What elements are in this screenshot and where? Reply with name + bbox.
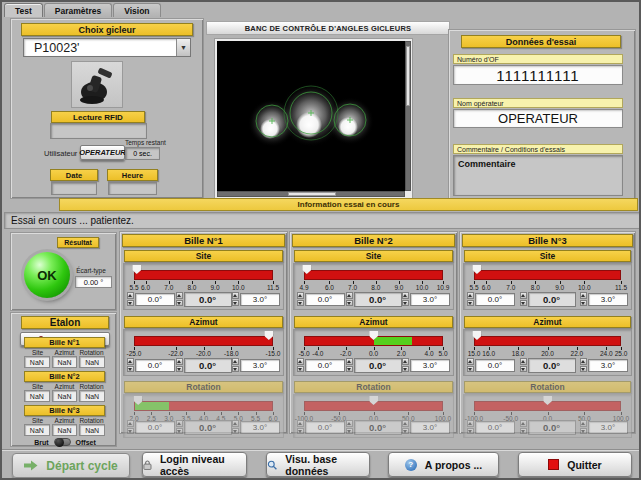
spin-value[interactable]: 0.0° — [305, 421, 345, 434]
spin-value[interactable]: 3.0° — [588, 421, 628, 434]
spinner-arrows-icon[interactable] — [520, 292, 527, 306]
spinner-arrows-icon[interactable] — [176, 358, 183, 372]
spin-value[interactable]: 0.0° — [528, 292, 576, 307]
spinner-arrows-icon[interactable] — [232, 358, 239, 372]
a-propos-button[interactable]: ? A propos ... — [388, 452, 499, 477]
spinner-arrows-icon[interactable] — [580, 420, 587, 434]
max-spinbox[interactable]: 3.0° — [232, 358, 280, 372]
azimut-slider[interactable]: 15.016.018.020.022.024.025.0 — [474, 331, 621, 356]
min-spinbox[interactable]: 0.0° — [467, 358, 515, 372]
spin-value[interactable]: 0.0° — [184, 358, 232, 373]
spin-value[interactable]: 0.0° — [528, 420, 576, 435]
spin-value[interactable]: 0.0° — [354, 420, 402, 435]
spin-value[interactable]: 0.0° — [354, 358, 402, 373]
spinner-arrows-icon[interactable] — [176, 292, 183, 306]
spinner-arrows-icon[interactable] — [520, 420, 527, 434]
spinner-arrows-icon[interactable] — [127, 358, 134, 372]
spinner-arrows-icon[interactable] — [346, 420, 353, 434]
spinner-arrows-icon[interactable] — [297, 292, 304, 306]
min-spinbox[interactable]: 0.0° — [297, 420, 345, 434]
max-spinbox[interactable]: 3.0° — [580, 358, 628, 372]
quitter-button[interactable]: Quitter — [518, 452, 632, 477]
max-spinbox[interactable]: 3.0° — [580, 420, 628, 434]
spin-value[interactable]: 3.0° — [240, 359, 280, 372]
spinner-arrows-icon[interactable] — [580, 358, 587, 372]
spinner-arrows-icon[interactable] — [467, 292, 474, 306]
spin-value[interactable]: 0.0° — [475, 359, 515, 372]
spin-value[interactable]: 0.0° — [135, 293, 175, 306]
min-spinbox[interactable]: 0.0° — [467, 420, 515, 434]
measure-spinbox[interactable]: 0.0° — [520, 292, 576, 307]
spinner-arrows-icon[interactable] — [297, 358, 304, 372]
spin-value[interactable]: 3.0° — [240, 293, 280, 306]
camera-vertical-scrollbar[interactable] — [405, 41, 411, 191]
measure-spinbox[interactable]: 0.0° — [176, 292, 232, 307]
min-spinbox[interactable]: 0.0° — [127, 358, 175, 372]
max-spinbox[interactable]: 3.0° — [232, 420, 280, 434]
spin-value[interactable]: 0.0° — [135, 359, 175, 372]
spinner-arrows-icon[interactable] — [232, 420, 239, 434]
site-slider[interactable]: 4.96.07.08.09.010.010.9 — [304, 265, 443, 290]
spinner-arrows-icon[interactable] — [402, 292, 409, 306]
min-spinbox[interactable]: 0.0° — [127, 420, 175, 434]
scrollbar-thumb[interactable] — [406, 46, 410, 106]
rotation-slider[interactable]: 2.02.53.03.54.04.55.05.56.0 — [134, 396, 273, 421]
spin-value[interactable]: 0.0° — [475, 421, 515, 434]
spin-value[interactable]: 0.0° — [354, 292, 402, 307]
nom-operateur-field[interactable]: OPERATEUR — [453, 109, 623, 128]
spinner-arrows-icon[interactable] — [402, 358, 409, 372]
commentaire-field[interactable]: Commentaire — [453, 155, 623, 196]
measure-spinbox[interactable]: 0.0° — [520, 358, 576, 373]
measure-spinbox[interactable]: 0.0° — [520, 420, 576, 435]
spin-value[interactable]: 0.0° — [305, 293, 345, 306]
spinner-arrows-icon[interactable] — [297, 420, 304, 434]
chevron-down-icon[interactable]: ▼ — [176, 39, 190, 56]
spinner-arrows-icon[interactable] — [176, 420, 183, 434]
brut-offset-toggle[interactable] — [54, 438, 71, 446]
measure-spinbox[interactable]: 0.0° — [346, 358, 402, 373]
max-spinbox[interactable]: 3.0° — [402, 292, 450, 306]
site-slider[interactable]: 5.56.07.08.09.010.011.5 — [474, 265, 621, 290]
operateur-user-button[interactable]: OPERATEUR — [80, 145, 125, 160]
spin-value[interactable]: 0.0° — [135, 421, 175, 434]
spinner-arrows-icon[interactable] — [346, 292, 353, 306]
camera-horizontal-scrollbar[interactable] — [217, 191, 405, 197]
login-niveau-acces-button[interactable]: Login niveau accès — [142, 452, 247, 477]
measure-spinbox[interactable]: 0.0° — [346, 420, 402, 435]
spin-value[interactable]: 3.0° — [588, 359, 628, 372]
min-spinbox[interactable]: 0.0° — [127, 292, 175, 306]
spinner-arrows-icon[interactable] — [580, 292, 587, 306]
numero-of-field[interactable]: 1111111111 — [453, 65, 623, 85]
spin-value[interactable]: 0.0° — [528, 358, 576, 373]
toggle-knob[interactable] — [55, 438, 64, 447]
visu-base-donnees-button[interactable]: Visu. base données — [266, 452, 370, 477]
spin-value[interactable]: 0.0° — [184, 292, 232, 307]
spinner-arrows-icon[interactable] — [402, 420, 409, 434]
measure-spinbox[interactable]: 0.0° — [346, 292, 402, 307]
tab-test[interactable]: Test — [4, 3, 43, 17]
spinner-arrows-icon[interactable] — [467, 420, 474, 434]
spinner-arrows-icon[interactable] — [232, 292, 239, 306]
spin-value[interactable]: 3.0° — [410, 359, 450, 372]
rotation-slider[interactable]: -100.0-50.00.050.0100.0 — [474, 396, 621, 421]
rfid-value-field[interactable] — [50, 123, 147, 139]
measure-spinbox[interactable]: 0.0° — [176, 420, 232, 435]
spin-value[interactable]: 3.0° — [410, 421, 450, 434]
spin-value[interactable]: 3.0° — [240, 421, 280, 434]
spin-value[interactable]: 0.0° — [184, 420, 232, 435]
spinner-arrows-icon[interactable] — [520, 358, 527, 372]
spin-value[interactable]: 3.0° — [410, 293, 450, 306]
azimut-slider[interactable]: -5.0-4.0-2.00.02.04.05.0 — [304, 331, 443, 356]
spin-value[interactable]: 0.0° — [475, 293, 515, 306]
rotation-slider[interactable]: -100.0-50.00.050.0100.0 — [304, 396, 443, 421]
tab-parametres[interactable]: Paramètres — [44, 3, 112, 17]
min-spinbox[interactable]: 0.0° — [297, 292, 345, 306]
max-spinbox[interactable]: 3.0° — [402, 358, 450, 372]
tab-vision[interactable]: Vision — [113, 3, 160, 17]
spinner-arrows-icon[interactable] — [127, 292, 134, 306]
site-slider[interactable]: 5.56.07.08.09.010.011.5 — [134, 265, 273, 290]
azimut-slider[interactable]: -25.0-22.0-20.0-18.0-15.0 — [134, 331, 273, 356]
max-spinbox[interactable]: 3.0° — [580, 292, 628, 306]
min-spinbox[interactable]: 0.0° — [297, 358, 345, 372]
spin-value[interactable]: 0.0° — [305, 359, 345, 372]
